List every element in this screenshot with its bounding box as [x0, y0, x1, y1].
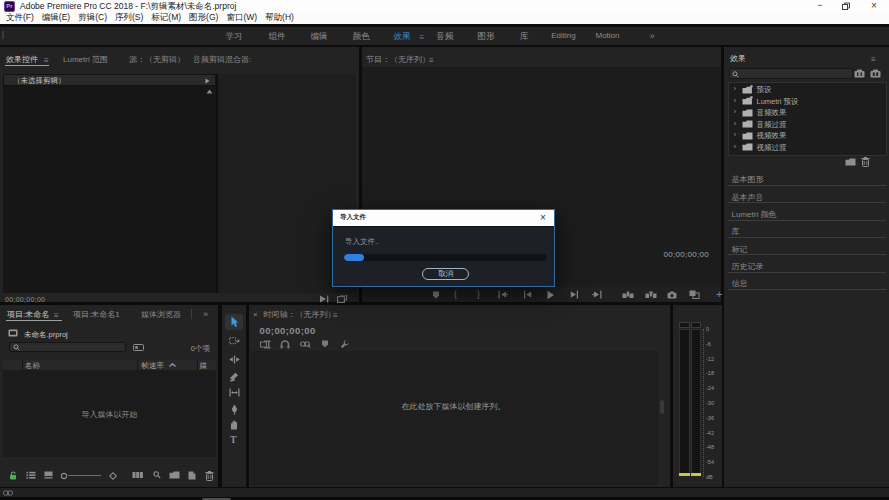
import-dialog-close-icon[interactable]: ×: [536, 210, 550, 226]
menu-file[interactable]: 文件(F): [6, 12, 34, 24]
minimize-button[interactable]: −: [813, 0, 827, 13]
new-preset-bin-icon[interactable]: [870, 69, 881, 78]
project-tabs-overflow-chevron[interactable]: »: [203, 309, 208, 319]
tab-project-1[interactable]: 项目:未命名1: [73, 310, 120, 320]
workspace-tab-motion[interactable]: Motion: [587, 30, 628, 42]
linked-selection-icon[interactable]: [300, 339, 311, 349]
find-icon[interactable]: [153, 471, 161, 479]
timeline-settings-wrench-icon[interactable]: [340, 339, 350, 349]
project-writable-icon[interactable]: [9, 471, 18, 480]
tree-item-audio-transitions[interactable]: › 音频过渡: [729, 118, 887, 130]
new-bin-icon[interactable]: [169, 471, 180, 479]
tab-effects[interactable]: 效果: [730, 54, 746, 64]
program-menu-icon[interactable]: ≡: [429, 56, 434, 66]
workspace-tab-library[interactable]: 库: [506, 30, 542, 42]
workspace-tab-graphics[interactable]: 图形: [468, 30, 504, 42]
tree-item-audio-effects[interactable]: › 音频效果: [729, 107, 887, 119]
tab-program-monitor[interactable]: 节目：（无序列）: [366, 55, 430, 65]
collapsed-panel-info[interactable]: 信息: [724, 273, 889, 290]
tab-source-monitor[interactable]: 源：（无剪辑）: [129, 55, 185, 65]
lift-icon[interactable]: [622, 291, 634, 299]
column-name[interactable]: 名称: [25, 361, 40, 370]
project-file-name[interactable]: 未命名.prproj: [24, 330, 68, 339]
tree-item-lumetri-presets[interactable]: › Lumetri 预设: [729, 95, 887, 107]
tab-project[interactable]: 项目:未命名: [7, 310, 49, 320]
tab-media-browser[interactable]: 媒体浏览器: [141, 310, 181, 320]
extract-icon[interactable]: [645, 291, 657, 299]
menu-clip[interactable]: 剪辑(C): [78, 12, 107, 24]
menu-sequence[interactable]: 序列(S): [115, 12, 143, 24]
timeline-scrollbar[interactable]: [660, 400, 664, 414]
toggle-write-keyframes-icon[interactable]: [337, 295, 347, 303]
project-list-area[interactable]: 导入媒体以开始: [3, 370, 216, 457]
tab-timeline[interactable]: 时间轴：（无序列）: [264, 310, 336, 320]
expander-icon[interactable]: ›: [734, 130, 737, 140]
step-forward-icon[interactable]: [570, 290, 579, 299]
new-bin-icon[interactable]: [845, 158, 856, 166]
panel-close-icon[interactable]: ×: [253, 310, 258, 320]
tab-lumetri-scopes[interactable]: Lumetri 范围: [63, 55, 108, 65]
go-to-out-icon[interactable]: [592, 290, 602, 299]
new-custom-bin-icon[interactable]: [854, 69, 865, 78]
new-item-icon[interactable]: [188, 471, 196, 480]
expander-icon[interactable]: ›: [734, 107, 737, 117]
step-back-icon[interactable]: [523, 290, 532, 299]
slip-tool[interactable]: [229, 388, 240, 397]
mark-in-icon[interactable]: {: [454, 289, 457, 299]
menu-help[interactable]: 帮助(H): [265, 12, 294, 24]
export-frame-icon[interactable]: [667, 291, 677, 299]
collapsed-panel-history[interactable]: 历史记录: [724, 255, 889, 272]
automate-to-sequence-icon[interactable]: [132, 471, 144, 479]
workspace-tab-learning[interactable]: 学习: [216, 30, 252, 42]
mark-out-icon[interactable]: }: [477, 289, 480, 299]
timeline-drop-area[interactable]: 在此处放下媒体以创建序列。: [250, 351, 658, 486]
effects-menu-icon[interactable]: ≡: [871, 55, 876, 65]
razor-tool[interactable]: [229, 372, 239, 382]
tree-item-presets[interactable]: › 预设: [729, 84, 887, 96]
workspace-tab-assembly[interactable]: 组件: [259, 30, 295, 42]
track-select-tool[interactable]: [229, 337, 240, 345]
tree-item-partial[interactable]: ›: [729, 153, 887, 156]
comparison-view-icon[interactable]: [689, 290, 700, 299]
sort-icon[interactable]: [109, 472, 117, 480]
menu-edit[interactable]: 编辑(E): [42, 12, 70, 24]
selection-tool[interactable]: [230, 316, 239, 328]
icon-view-icon[interactable]: [44, 471, 53, 479]
cancel-button[interactable]: 取消: [422, 268, 469, 280]
snap-magnet-icon[interactable]: [280, 340, 290, 349]
tree-item-video-effects[interactable]: › 视频效果: [729, 130, 887, 142]
column-media-truncated[interactable]: 媒: [200, 361, 208, 370]
effects-search-input[interactable]: [729, 68, 853, 79]
insert-nested-sequence-icon[interactable]: [260, 340, 271, 349]
type-tool[interactable]: T: [230, 434, 237, 445]
workspace-tab-menu-icon[interactable]: ≡: [417, 31, 427, 43]
play-audio-only-icon[interactable]: [319, 295, 329, 303]
scroll-up-icon[interactable]: [206, 89, 213, 94]
close-button[interactable]: ×: [867, 0, 881, 13]
collapsed-panel-essential-graphics[interactable]: 基本图形: [724, 169, 889, 186]
zoom-slider-track[interactable]: [68, 475, 101, 476]
ripple-edit-tool[interactable]: [229, 355, 240, 364]
zoom-slider-knob-icon[interactable]: [60, 472, 68, 480]
go-to-in-icon[interactable]: [498, 290, 508, 299]
workspace-tab-effects[interactable]: 效果: [384, 30, 420, 42]
view-toggle-icon[interactable]: [133, 344, 144, 351]
clear-icon[interactable]: [205, 471, 214, 481]
workspace-tab-color[interactable]: 颜色: [343, 30, 379, 42]
menu-marker[interactable]: 标记(M): [151, 12, 181, 24]
delete-icon[interactable]: [861, 157, 870, 167]
import-dialog-titlebar[interactable]: 导入文件 ×: [333, 210, 554, 227]
tab-audio-clip-mixer[interactable]: 音频剪辑混合器:: [193, 55, 251, 65]
expander-icon[interactable]: ›: [734, 84, 737, 94]
sort-ascending-icon[interactable]: [169, 363, 176, 367]
play-icon[interactable]: [546, 290, 555, 300]
expander-icon[interactable]: ›: [734, 96, 737, 106]
timeline-timecode[interactable]: 00;00;00;00: [260, 325, 316, 336]
timeline-menu-icon[interactable]: ≡: [333, 311, 338, 321]
hand-tool[interactable]: [229, 420, 239, 430]
workspace-tab-audio[interactable]: 音频: [427, 30, 463, 42]
workspace-tab-editing[interactable]: Editing: [543, 30, 584, 42]
expander-icon[interactable]: ›: [734, 119, 737, 129]
add-marker-icon[interactable]: [321, 340, 329, 348]
workspace-overflow-chevron[interactable]: »: [645, 30, 659, 42]
